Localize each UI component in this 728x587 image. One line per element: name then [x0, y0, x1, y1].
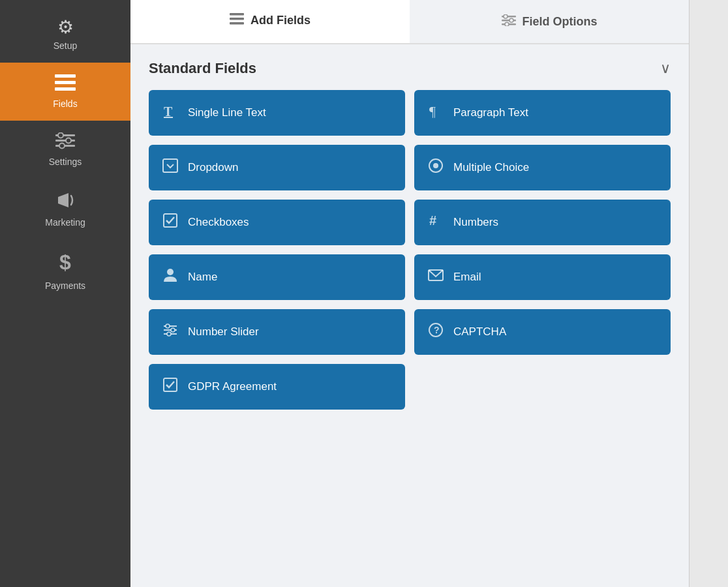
sidebar-item-marketing[interactable]: Marketing [0, 179, 130, 239]
svg-point-10 [66, 138, 71, 143]
marketing-icon [55, 190, 75, 213]
section-title: Standard Fields [149, 60, 256, 77]
field-label-captcha: CAPTCHA [453, 325, 506, 339]
paragraph-text-icon: ¶ [427, 103, 444, 123]
field-btn-checkboxes[interactable]: Checkboxes [149, 200, 405, 245]
svg-point-39 [166, 324, 170, 328]
field-btn-email[interactable]: Email [414, 254, 671, 300]
sidebar-label-payments: Payments [45, 280, 85, 291]
sidebar-item-settings[interactable]: Settings [0, 121, 130, 179]
field-btn-multiple-choice[interactable]: Multiple Choice [414, 145, 671, 190]
svg-rect-5 [57, 88, 60, 90]
svg-point-9 [58, 133, 63, 138]
multiple-choice-icon [427, 158, 444, 177]
field-btn-gdpr-agreement[interactable]: GDPR Agreement [149, 364, 405, 410]
field-label-paragraph-text: Paragraph Text [453, 106, 528, 119]
sidebar-label-fields: Fields [53, 98, 77, 109]
svg-rect-19 [231, 23, 233, 25]
svg-text:$: $ [59, 251, 71, 273]
field-label-multiple-choice: Multiple Choice [453, 161, 529, 174]
payments-icon: $ [57, 251, 74, 277]
field-label-dropdown: Dropdown [188, 161, 239, 174]
fields-icon [55, 74, 76, 95]
tab-field-options-label: Field Options [523, 15, 598, 29]
svg-rect-12 [58, 197, 61, 203]
dropdown-icon [162, 158, 179, 177]
svg-point-31 [433, 163, 438, 168]
field-label-single-line-text: Single Line Text [188, 106, 266, 119]
name-icon [162, 267, 179, 287]
sidebar-item-setup[interactable]: ⚙ Setup [0, 7, 130, 63]
field-label-numbers: Numbers [453, 216, 498, 229]
svg-text:?: ? [434, 325, 440, 335]
right-panel [689, 0, 728, 587]
email-icon [427, 267, 444, 287]
tab-bar: Add Fields Field Options [130, 0, 689, 44]
field-label-checkboxes: Checkboxes [188, 216, 249, 229]
svg-point-25 [505, 22, 509, 26]
svg-text:#: # [429, 213, 436, 228]
field-label-name: Name [188, 271, 217, 284]
checkboxes-icon [162, 213, 179, 232]
field-btn-single-line-text[interactable]: T Single Line Text [149, 90, 405, 136]
gear-icon: ⚙ [57, 18, 74, 37]
svg-rect-29 [163, 159, 177, 172]
svg-point-34 [167, 269, 174, 275]
field-btn-captcha[interactable]: ? CAPTCHA [414, 309, 671, 355]
gdpr-icon [162, 377, 179, 397]
number-slider-icon [162, 322, 179, 342]
sidebar-label-settings: Settings [49, 157, 82, 167]
svg-point-40 [171, 328, 175, 332]
field-label-gdpr-agreement: GDPR Agreement [188, 380, 277, 393]
single-line-text-icon: T [162, 103, 179, 123]
sidebar-item-fields[interactable]: Fields [0, 63, 130, 121]
svg-text:T: T [164, 104, 173, 119]
field-btn-dropdown[interactable]: Dropdown [149, 145, 405, 190]
section-header: Standard Fields ∨ [149, 60, 671, 77]
field-label-number-slider: Number Slider [188, 325, 259, 339]
tab-add-fields-label: Add Fields [250, 14, 311, 27]
chevron-down-icon[interactable]: ∨ [660, 60, 671, 77]
svg-point-24 [509, 18, 513, 22]
field-btn-number-slider[interactable]: Number Slider [149, 309, 405, 355]
tab-add-fields[interactable]: Add Fields [130, 0, 410, 43]
svg-point-11 [59, 143, 65, 149]
svg-point-41 [167, 332, 171, 336]
numbers-icon: # [427, 213, 444, 232]
fields-grid: T Single Line Text ¶ Paragraph Text [149, 90, 671, 410]
sidebar: ⚙ Setup Fields Setti [0, 0, 130, 587]
main-panel: Add Fields Field Options Standard Fields… [130, 0, 689, 587]
field-label-email: Email [453, 271, 481, 284]
content-area: Standard Fields ∨ T Single Line Text ¶ [130, 44, 689, 587]
settings-icon [55, 132, 75, 153]
svg-rect-4 [57, 82, 60, 83]
svg-point-23 [504, 14, 508, 18]
svg-text:¶: ¶ [429, 103, 436, 119]
field-btn-name[interactable]: Name [149, 254, 405, 300]
field-options-tab-icon [502, 14, 516, 29]
add-fields-tab-icon [230, 13, 244, 28]
tab-field-options[interactable]: Field Options [410, 0, 689, 43]
field-btn-numbers[interactable]: # Numbers [414, 200, 671, 245]
sidebar-label-setup: Setup [53, 40, 78, 51]
svg-rect-3 [57, 75, 60, 77]
sidebar-item-payments[interactable]: $ Payments [0, 239, 130, 303]
svg-rect-18 [231, 18, 233, 20]
field-btn-paragraph-text[interactable]: ¶ Paragraph Text [414, 90, 671, 136]
sidebar-label-marketing: Marketing [45, 217, 85, 228]
captcha-icon: ? [427, 322, 444, 342]
svg-rect-17 [231, 14, 233, 16]
